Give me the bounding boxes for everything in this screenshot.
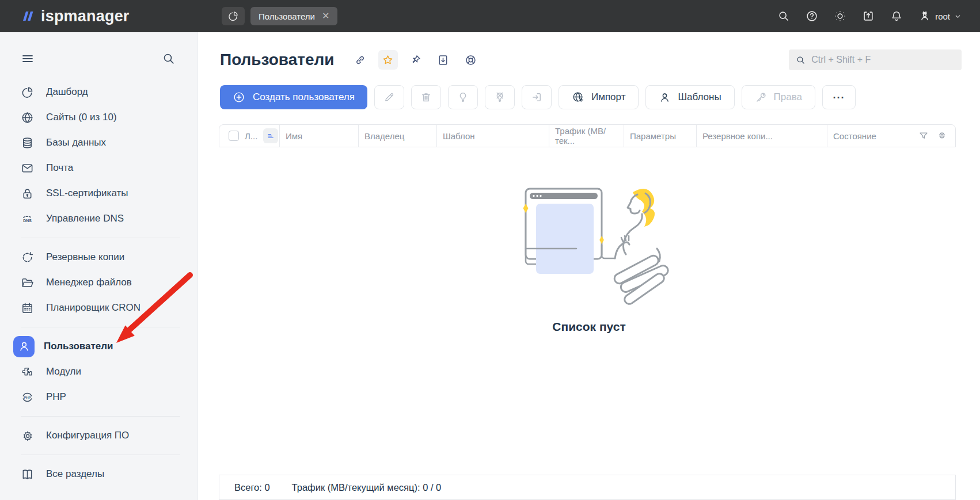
notifications-icon[interactable] [890,10,903,22]
help-center-button[interactable] [461,50,481,70]
sidebar-item-label: Управление DNS [46,213,124,224]
dns-icon-text: DNS [23,218,32,222]
create-user-label: Создать пользователя [253,91,355,103]
column-name[interactable]: Имя [279,125,358,147]
column-traffic[interactable]: Трафик (МВ/тек... [549,125,624,147]
column-state[interactable]: Состояние [827,125,955,147]
lightbulb-off-icon [494,91,506,103]
download-document-icon [437,54,449,66]
copy-link-button[interactable] [351,50,370,70]
help-icon[interactable] [806,10,818,22]
select-all-checkbox[interactable] [229,131,239,141]
globe-icon [21,111,34,124]
title-actions [351,50,481,70]
sidebar-item-php[interactable]: PHP PHP [0,384,197,410]
templates-label: Шаблоны [678,91,721,103]
more-actions-button[interactable]: ... [822,85,856,109]
import-button[interactable]: Импорт [559,85,639,109]
page-header: Пользователи [198,32,980,70]
column-template[interactable]: Шаблон [436,125,549,147]
dashboard-icon [21,86,34,99]
sidebar-divider [21,416,180,417]
column-label[interactable]: Л... [245,131,257,141]
disable-button[interactable] [485,85,515,109]
sidebar-item-label: Почта [46,162,73,174]
sidebar-divider [21,455,180,455]
sidebar-item-label: Менеджер файлов [46,277,132,288]
logo-text: ispmanager [41,7,130,25]
rights-label: Права [774,91,802,103]
sidebar-item-label: Модули [46,366,81,377]
column-backup[interactable]: Резервное копи... [696,125,827,147]
sidebar-item-ssl[interactable]: SSL-сертификаты [0,181,197,206]
sidebar-item-label: Планировщик CRON [46,302,140,314]
column-label: Резервное копи... [702,131,773,141]
sidebar-item-filemanager[interactable]: Менеджер файлов [0,270,197,295]
tab-close-icon[interactable]: ✕ [322,12,329,21]
tab-bar: Пользователи ✕ [222,7,337,25]
deploy-icon[interactable] [862,10,875,22]
search-input[interactable] [811,55,955,65]
login-as-user-button[interactable] [522,85,552,109]
column-parameters[interactable]: Параметры [624,125,696,147]
tab-users[interactable]: Пользователи ✕ [250,7,337,25]
sidebar-item-cron[interactable]: Планировщик CRON [0,295,197,320]
active-item-chip [13,336,35,357]
folder-icon [21,276,34,289]
rights-button[interactable]: Права [742,85,815,109]
globe-import-icon [572,91,584,104]
create-user-button[interactable]: Создать пользователя [220,85,367,109]
sidebar-item-users[interactable]: Пользователи [0,334,197,359]
column-label: Имя [286,131,302,141]
sidebar-item-mail[interactable]: Почта [0,155,197,181]
edit-button[interactable] [374,85,404,109]
table-settings-icon[interactable] [937,131,947,141]
table-footer: Всего: 0 Трафик (МВ/текущий месяц): 0 / … [219,475,956,500]
dashboard-tab-button[interactable] [222,7,245,25]
php-icon-text: PHP [24,395,31,399]
total-count: Всего: 0 [234,482,270,493]
sidebar-divider [21,327,180,327]
sidebar-item-backups[interactable]: Резервные копии [0,245,197,270]
sidebar-item-all-sections[interactable]: Все разделы [0,461,197,487]
pencil-icon [383,91,395,103]
column-label: Трафик (МВ/тек... [555,126,624,146]
pie-chart-icon [227,10,239,22]
user-icon [18,340,31,353]
column-login: Л... [219,125,279,147]
column-owner[interactable]: Владелец [358,125,436,147]
user-menu[interactable]: root [918,10,962,22]
key-icon [755,91,767,104]
sidebar-item-software-config[interactable]: Конфигурация ПО [0,423,197,448]
more-actions-label: ... [833,89,845,101]
sidebar-search-icon[interactable] [162,52,176,66]
sidebar-divider [21,238,180,238]
filter-icon[interactable] [918,131,929,141]
sidebar-item-dns[interactable]: DNS Управление DNS [0,206,197,231]
theme-icon[interactable] [834,10,846,22]
sidebar-item-label: Конфигурация ПО [46,430,129,441]
sort-asc-icon [267,132,275,140]
sidebar-item-sites[interactable]: Сайты (0 из 10) [0,105,197,130]
restore-icon [21,251,34,264]
search-icon[interactable] [777,10,790,22]
sidebar-item-databases[interactable]: Базы данных [0,130,197,155]
delete-button[interactable] [411,85,441,109]
column-label: Параметры [630,131,676,141]
pin-button[interactable] [406,50,426,70]
plus-circle-icon [233,91,245,104]
sidebar: Дашборд Сайты (0 из 10) Базы данных Почт… [0,32,198,500]
sidebar-item-label: SSL-сертификаты [46,188,128,199]
lock-icon [21,187,34,200]
menu-collapse-icon[interactable] [21,52,35,66]
enable-button[interactable] [448,85,478,109]
sidebar-item-dashboard[interactable]: Дашборд [0,79,197,105]
favorite-button[interactable] [378,50,398,70]
main-content: Пользователи [198,32,980,500]
tab-label: Пользователи [259,12,315,21]
sidebar-nav: Дашборд Сайты (0 из 10) Базы данных Почт… [0,79,197,487]
sidebar-item-modules[interactable]: Модули [0,359,197,384]
templates-button[interactable]: Шаблоны [645,85,734,109]
sort-button[interactable] [263,128,278,143]
export-button[interactable] [434,50,453,70]
